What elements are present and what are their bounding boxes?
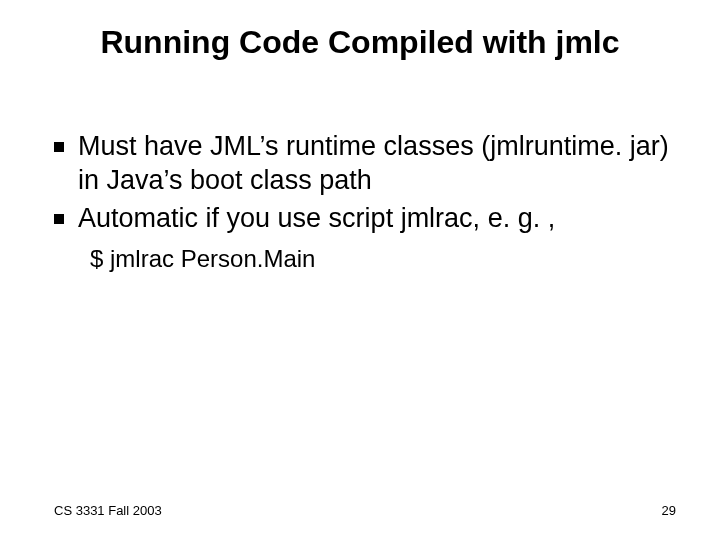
bullet-text: Must have JML’s runtime classes (jmlrunt… [78,130,680,198]
bullet-item: Automatic if you use script jmlrac, e. g… [54,202,680,236]
footer-course: CS 3331 Fall 2003 [54,503,162,518]
bullet-square-icon [54,142,64,152]
slide-title: Running Code Compiled with jmlc [0,24,720,61]
bullet-text: Automatic if you use script jmlrac, e. g… [78,202,680,236]
slide-body: Must have JML’s runtime classes (jmlrunt… [54,130,680,273]
footer-page-number: 29 [662,503,676,518]
example-command: $ jmlrac Person.Main [90,245,680,273]
slide: Running Code Compiled with jmlc Must hav… [0,0,720,540]
bullet-item: Must have JML’s runtime classes (jmlrunt… [54,130,680,198]
bullet-square-icon [54,214,64,224]
